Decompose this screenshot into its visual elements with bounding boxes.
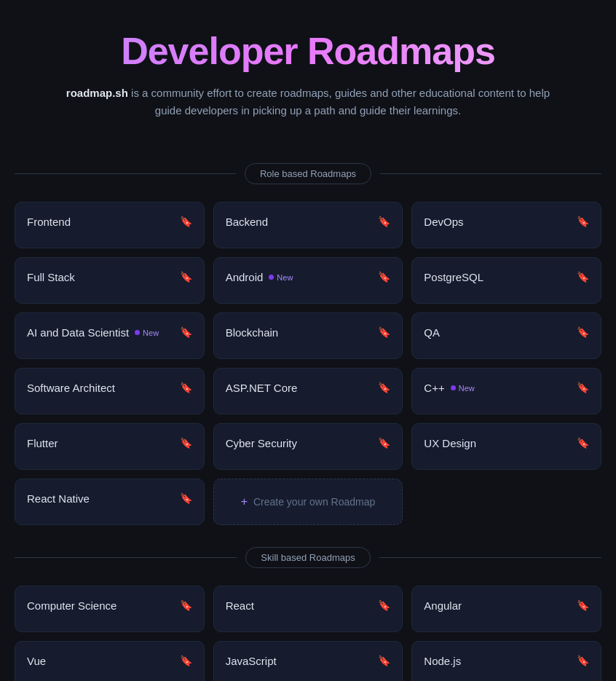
card-label-software-architect: Software Architect xyxy=(27,382,115,394)
bookmark-icon-qa[interactable]: 🔖 xyxy=(577,326,589,338)
bookmark-icon-postgresql[interactable]: 🔖 xyxy=(577,271,589,283)
card-frontend[interactable]: Frontend 🔖 xyxy=(15,202,205,248)
bookmark-icon-javascript[interactable]: 🔖 xyxy=(378,655,390,666)
card-cyber-security[interactable]: Cyber Security 🔖 xyxy=(213,423,403,470)
card-fullstack[interactable]: Full Stack 🔖 xyxy=(15,257,205,304)
card-vue[interactable]: Vue 🔖 xyxy=(15,641,205,681)
bookmark-icon-vue[interactable]: 🔖 xyxy=(180,655,192,666)
bookmark-icon-react-native[interactable]: 🔖 xyxy=(180,492,192,504)
card-label-flutter: Flutter xyxy=(27,437,58,449)
card-content-blockchain: Blockchain xyxy=(226,326,376,339)
card-content-android: Android New xyxy=(226,271,376,283)
bookmark-icon-software-architect[interactable]: 🔖 xyxy=(180,382,192,393)
bookmark-icon-android[interactable]: 🔖 xyxy=(378,271,390,283)
card-nodejs[interactable]: Node.js 🔖 xyxy=(411,641,601,681)
card-content-cyber-security: Cyber Security xyxy=(226,437,376,449)
card-content-qa: QA xyxy=(424,326,574,339)
card-content-angular: Angular xyxy=(424,599,574,612)
role-based-divider: Role based Roadmaps xyxy=(15,163,601,184)
card-label-fullstack: Full Stack xyxy=(27,271,75,283)
card-label-ai-data-scientist: AI and Data Scientist xyxy=(27,326,129,339)
card-label-javascript: JavaScript xyxy=(226,655,277,667)
card-content-asp-net-core: ASP.NET Core xyxy=(226,382,376,394)
card-cpp[interactable]: C++ New 🔖 xyxy=(411,368,601,414)
card-label-react-native: React Native xyxy=(27,492,90,505)
brand-name: roadmap.sh xyxy=(66,87,128,99)
bookmark-icon-frontend[interactable]: 🔖 xyxy=(180,216,192,227)
bookmark-icon-react[interactable]: 🔖 xyxy=(378,599,390,611)
card-label-angular: Angular xyxy=(424,599,462,612)
card-content-react: React xyxy=(226,599,376,612)
card-label-frontend: Frontend xyxy=(27,216,71,228)
bookmark-icon-fullstack[interactable]: 🔖 xyxy=(180,271,192,283)
card-content-ai-data-scientist: AI and Data Scientist New xyxy=(27,326,177,339)
bookmark-icon-nodejs[interactable]: 🔖 xyxy=(577,655,589,666)
card-content-devops: DevOps xyxy=(424,216,574,228)
card-devops[interactable]: DevOps 🔖 xyxy=(411,202,601,248)
page-description: roadmap.sh is a community effort to crea… xyxy=(53,84,563,119)
card-content-software-architect: Software Architect xyxy=(27,382,177,394)
card-content-frontend: Frontend xyxy=(27,216,177,228)
card-javascript[interactable]: JavaScript 🔖 xyxy=(213,641,403,681)
card-label-android: Android xyxy=(226,271,264,283)
card-label-ux-design: UX Design xyxy=(424,437,476,449)
description-text: is a community effort to create roadmaps… xyxy=(131,87,550,117)
card-angular[interactable]: Angular 🔖 xyxy=(411,586,601,632)
skill-based-section: Skill based Roadmaps Computer Science 🔖 … xyxy=(15,547,601,681)
page-title: Developer Roadmaps xyxy=(29,29,587,73)
skill-based-label: Skill based Roadmaps xyxy=(245,547,370,568)
bookmark-icon-flutter[interactable]: 🔖 xyxy=(180,437,192,449)
card-ai-data-scientist[interactable]: AI and Data Scientist New 🔖 xyxy=(15,312,205,359)
bookmark-icon-ai-data-scientist[interactable]: 🔖 xyxy=(180,326,192,338)
bookmark-icon-asp-net-core[interactable]: 🔖 xyxy=(378,382,390,393)
card-qa[interactable]: QA 🔖 xyxy=(411,312,601,359)
card-content-backend: Backend xyxy=(226,216,376,228)
card-label-cyber-security: Cyber Security xyxy=(226,437,297,449)
role-based-grid: Frontend 🔖 Backend 🔖 DevOps 🔖 Full Stack… xyxy=(15,202,601,525)
card-flutter[interactable]: Flutter 🔖 xyxy=(15,423,205,470)
card-content-fullstack: Full Stack xyxy=(27,271,177,283)
card-blockchain[interactable]: Blockchain 🔖 xyxy=(213,312,403,359)
card-content-ux-design: UX Design xyxy=(424,437,574,449)
card-backend[interactable]: Backend 🔖 xyxy=(213,202,403,248)
bookmark-icon-blockchain[interactable]: 🔖 xyxy=(378,326,390,338)
new-badge-cpp: New xyxy=(451,384,475,393)
new-badge-ai-data-scientist: New xyxy=(135,328,159,337)
card-android[interactable]: Android New 🔖 xyxy=(213,257,403,304)
page-header: Developer Roadmaps roadmap.sh is a commu… xyxy=(15,0,601,141)
new-badge-android: New xyxy=(269,273,293,282)
card-label-react: React xyxy=(226,599,254,612)
card-content-react-native: React Native xyxy=(27,492,177,505)
card-asp-net-core[interactable]: ASP.NET Core 🔖 xyxy=(213,368,403,414)
create-roadmap-card[interactable]: + Create your own Roadmap xyxy=(213,479,403,525)
card-software-architect[interactable]: Software Architect 🔖 xyxy=(15,368,205,414)
card-content-nodejs: Node.js xyxy=(424,655,574,667)
bookmark-icon-cyber-security[interactable]: 🔖 xyxy=(378,437,390,449)
bookmark-icon-devops[interactable]: 🔖 xyxy=(577,216,589,227)
card-label-cpp: C++ xyxy=(424,382,444,394)
bookmark-icon-cpp[interactable]: 🔖 xyxy=(577,382,589,393)
page-wrapper: Developer Roadmaps roadmap.sh is a commu… xyxy=(15,0,601,681)
card-label-backend: Backend xyxy=(226,216,268,228)
card-content-cpp: C++ New xyxy=(424,382,574,394)
bookmark-icon-computer-science[interactable]: 🔖 xyxy=(180,599,192,611)
card-label-devops: DevOps xyxy=(424,216,463,228)
bookmark-icon-backend[interactable]: 🔖 xyxy=(378,216,390,227)
card-computer-science[interactable]: Computer Science 🔖 xyxy=(15,586,205,632)
card-label-qa: QA xyxy=(424,326,440,339)
skill-based-divider: Skill based Roadmaps xyxy=(15,547,601,568)
card-ux-design[interactable]: UX Design 🔖 xyxy=(411,423,601,470)
card-react-native[interactable]: React Native 🔖 xyxy=(15,479,205,525)
role-based-section: Role based Roadmaps Frontend 🔖 Backend 🔖… xyxy=(15,163,601,525)
card-content-postgresql: PostgreSQL xyxy=(424,271,574,283)
card-react[interactable]: React 🔖 xyxy=(213,586,403,632)
card-label-postgresql: PostgreSQL xyxy=(424,271,483,283)
card-label-blockchain: Blockchain xyxy=(226,326,279,339)
card-postgresql[interactable]: PostgreSQL 🔖 xyxy=(411,257,601,304)
bookmark-icon-angular[interactable]: 🔖 xyxy=(577,599,589,611)
role-based-label: Role based Roadmaps xyxy=(245,163,371,184)
card-label-computer-science: Computer Science xyxy=(27,599,117,612)
bookmark-icon-ux-design[interactable]: 🔖 xyxy=(577,437,589,449)
card-content-javascript: JavaScript xyxy=(226,655,376,667)
card-content-vue: Vue xyxy=(27,655,177,667)
